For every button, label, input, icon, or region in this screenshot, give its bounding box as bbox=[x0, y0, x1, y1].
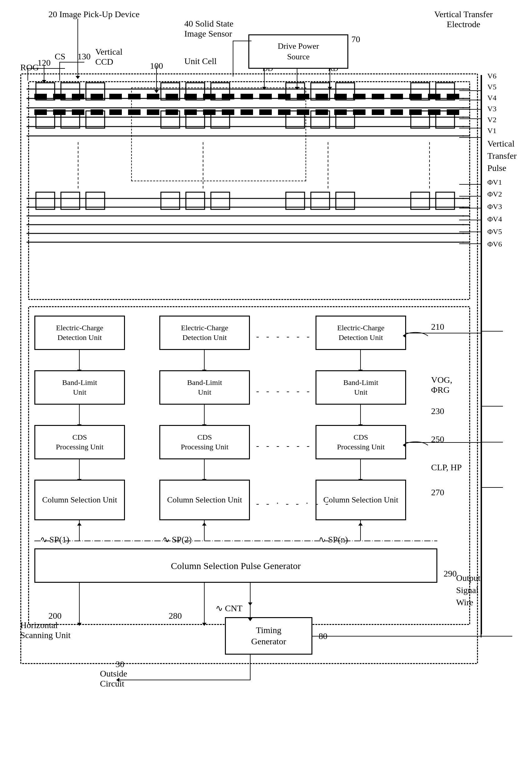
arrow-ec-band-2 bbox=[204, 350, 205, 370]
timing-generator-box: TimingGenerator bbox=[225, 617, 312, 655]
col-sel-unit-1: Column Selection Unit bbox=[34, 480, 125, 520]
svg-rect-7 bbox=[61, 83, 80, 100]
svg-rect-14 bbox=[336, 83, 355, 100]
arrow-ec-band-1 bbox=[79, 350, 80, 370]
arrow-cds-col-3 bbox=[360, 459, 361, 480]
arrow-sp-col-1 bbox=[79, 525, 80, 540]
svg-rect-27 bbox=[436, 111, 455, 128]
line-bottom-2 bbox=[204, 583, 205, 623]
arrow-cds-col-1 bbox=[79, 459, 80, 480]
rog-label: ROG bbox=[20, 62, 39, 72]
svg-rect-20 bbox=[161, 111, 180, 128]
vertical-ccd-label: VerticalCCD bbox=[95, 47, 123, 67]
unit-cell-label: Unit Cell bbox=[184, 56, 216, 66]
svg-rect-16 bbox=[436, 83, 455, 100]
arrow-band-cds-2 bbox=[204, 405, 205, 425]
vdd-arrow bbox=[264, 69, 265, 88]
svg-rect-25 bbox=[336, 111, 355, 128]
dots-band: - - - - - - bbox=[256, 386, 312, 396]
ccd-svg bbox=[26, 80, 470, 305]
num-280-label: 280 bbox=[169, 611, 182, 621]
cs-label: CS bbox=[55, 52, 65, 61]
solid-state-line-v bbox=[233, 41, 233, 77]
sp2-label: ∿ SP(2) bbox=[163, 534, 192, 545]
svg-rect-18 bbox=[61, 111, 80, 128]
spn-label: ∿ SP(n) bbox=[319, 534, 348, 545]
num-70-label: 70 bbox=[352, 34, 360, 44]
num-270-label: 270 bbox=[431, 488, 444, 498]
vertical-transfer-electrode-label: Vertical TransferElectrode bbox=[434, 9, 493, 29]
num-230-label: 230 bbox=[431, 406, 444, 416]
sp1-label: ∿ SP(1) bbox=[40, 534, 69, 545]
drive-power-source-box: Drive PowerSource bbox=[248, 34, 348, 69]
svg-rect-11 bbox=[211, 83, 230, 100]
arrow-sp-col-3 bbox=[360, 525, 361, 540]
ec-detection-unit-1: Electric-ChargeDetection Unit bbox=[34, 316, 125, 350]
svg-rect-9 bbox=[161, 83, 180, 100]
band-limit-unit-2: Band-LimitUnit bbox=[159, 370, 250, 405]
vgg-arrow bbox=[297, 69, 297, 88]
vrd-arrow bbox=[329, 69, 330, 88]
diagram: 20 Image Pick-Up Device 40 Solid State I… bbox=[0, 0, 532, 759]
band-limit-unit-3: Band-LimitUnit bbox=[316, 370, 406, 405]
line-timing-bottom bbox=[119, 680, 250, 680]
solid-state-line bbox=[233, 41, 251, 41]
image-pickup-label: 20 Image Pick-Up Device bbox=[49, 9, 140, 20]
cs-line-v bbox=[59, 62, 60, 81]
svg-rect-10 bbox=[186, 83, 205, 100]
num120-line bbox=[44, 65, 44, 81]
arrow-to-cds3 bbox=[403, 437, 434, 453]
dots-ec: - - - - - - bbox=[256, 331, 312, 341]
right-connections-svg bbox=[459, 75, 515, 637]
arrow-sp-col-2 bbox=[204, 525, 205, 540]
vog-phirg-label: VOG,ΦRG bbox=[431, 375, 452, 395]
image-sensor-label: Image Sensor bbox=[184, 29, 232, 39]
arrow-band-cds-3 bbox=[360, 405, 361, 425]
arrow-band-cds-1 bbox=[79, 405, 80, 425]
svg-rect-24 bbox=[311, 111, 329, 128]
cnt-label: ∿ CNT bbox=[215, 603, 243, 614]
col-sel-unit-2: Column Selection Unit bbox=[159, 480, 250, 520]
horiz-scanning-label: HorizontalScanning Unit bbox=[20, 620, 71, 640]
num-130-label: 130 bbox=[77, 52, 91, 61]
arrow-to-ec3 bbox=[403, 328, 434, 344]
svg-rect-8 bbox=[86, 83, 105, 100]
cds-unit-3: CDSProcessing Unit bbox=[316, 425, 406, 459]
svg-rect-21 bbox=[186, 111, 205, 128]
dots-col: - - · - - · - - bbox=[256, 499, 331, 508]
svg-rect-12 bbox=[286, 83, 305, 100]
num-290-label: 290 bbox=[443, 569, 457, 579]
svg-rect-26 bbox=[411, 111, 430, 128]
ec-detection-unit-3: Electric-ChargeDetection Unit bbox=[316, 316, 406, 350]
col-sel-pulse-gen-box: Column Selection Pulse Generator bbox=[34, 548, 437, 583]
num-200-label: 200 bbox=[49, 611, 61, 621]
svg-rect-6 bbox=[36, 83, 55, 100]
cs-line-h bbox=[59, 62, 84, 62]
line-cnt-timing bbox=[250, 603, 250, 619]
image-pickup-line bbox=[77, 19, 78, 77]
line-bottom-1 bbox=[79, 583, 80, 623]
svg-rect-15 bbox=[411, 83, 430, 100]
clp-hp-label: CLP, HP bbox=[431, 462, 462, 472]
line-timing-right bbox=[312, 636, 481, 636]
line-bottom-cnt bbox=[250, 583, 250, 603]
dots-cds: - - - - - - bbox=[256, 441, 312, 451]
cds-unit-1: CDSProcessing Unit bbox=[34, 425, 125, 459]
outside-circuit-label: OutsideCircuit bbox=[100, 669, 127, 689]
arrow-cds-col-2 bbox=[204, 459, 205, 480]
svg-rect-23 bbox=[286, 111, 305, 128]
cds-unit-2: CDSProcessing Unit bbox=[159, 425, 250, 459]
svg-marker-78 bbox=[403, 334, 406, 338]
arrow-ec-band-3 bbox=[360, 350, 361, 370]
svg-marker-79 bbox=[403, 443, 406, 448]
solid-state-label: 40 Solid State bbox=[184, 19, 233, 29]
svg-rect-13 bbox=[311, 83, 329, 100]
sp-dash-line bbox=[34, 540, 437, 541]
ec-detection-unit-2: Electric-ChargeDetection Unit bbox=[159, 316, 250, 350]
rog-line-v bbox=[27, 68, 28, 81]
band-limit-unit-1: Band-LimitUnit bbox=[34, 370, 125, 405]
unit-cell-line bbox=[156, 66, 157, 91]
num-30-label: 30 bbox=[116, 659, 124, 669]
svg-rect-19 bbox=[86, 111, 105, 128]
svg-rect-22 bbox=[211, 111, 230, 128]
